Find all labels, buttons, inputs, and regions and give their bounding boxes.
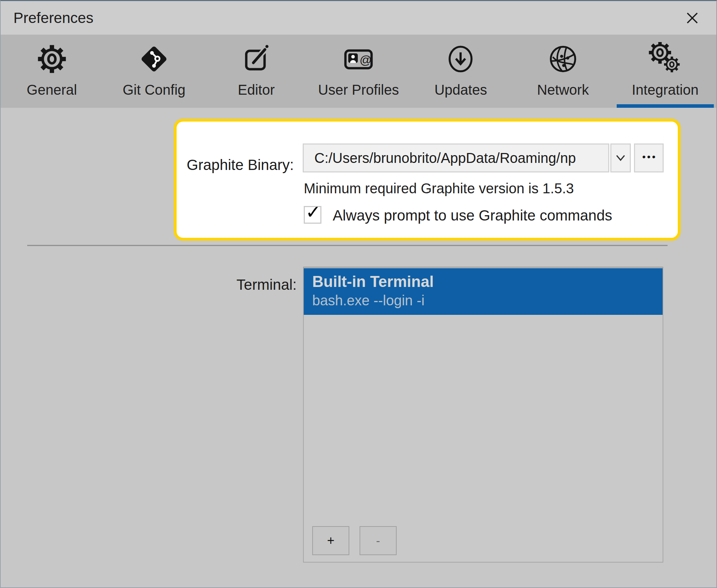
graphite-binary-label: Graphite Binary: [153, 156, 294, 174]
selected-tab-indicator [617, 104, 714, 108]
tab-label: Integration [632, 82, 699, 98]
terminal-list-item-selected[interactable]: Built-in Terminal bash.exe --login -i [304, 268, 663, 315]
svg-text:@: @ [360, 53, 372, 66]
git-icon [137, 41, 171, 77]
checkmark-icon: ✓ [306, 201, 321, 223]
tab-label: General [27, 82, 77, 98]
always-prompt-label: Always prompt to use Graphite commands [333, 207, 612, 224]
always-prompt-checkbox[interactable]: ✓ [304, 206, 321, 224]
graphite-binary-path-input[interactable] [303, 143, 609, 172]
edit-pencil-icon [239, 41, 273, 77]
graphite-path-dropdown-button[interactable] [610, 143, 631, 172]
gears-integration-icon [648, 41, 682, 77]
titlebar: Preferences [1, 1, 716, 35]
tab-updates[interactable]: Updates [410, 35, 512, 108]
window-title: Preferences [13, 1, 93, 35]
remove-terminal-button[interactable]: - [360, 526, 397, 555]
terminal-item-command: bash.exe --login -i [312, 292, 663, 309]
ellipsis-icon: ••• [642, 151, 657, 163]
add-terminal-button[interactable]: + [312, 526, 349, 555]
section-divider [27, 245, 668, 247]
tab-label: User Profiles [318, 82, 399, 98]
tab-label: Network [537, 82, 589, 98]
gear-icon [35, 41, 69, 77]
contact-card-icon: @ [341, 41, 376, 77]
chevron-down-icon [612, 150, 629, 166]
browse-button[interactable]: ••• [634, 143, 664, 172]
preferences-window: Preferences General [0, 0, 717, 588]
close-button[interactable] [683, 9, 701, 27]
tab-user-profiles[interactable]: @ User Profiles [307, 35, 409, 108]
tab-git-config[interactable]: Git Config [103, 35, 205, 108]
tab-general[interactable]: General [1, 35, 103, 108]
tab-label: Updates [434, 82, 487, 98]
tab-network[interactable]: Network [512, 35, 614, 108]
tab-editor[interactable]: Editor [205, 35, 307, 108]
preferences-tabbar: General Git Config [1, 35, 716, 108]
terminal-item-name: Built-in Terminal [312, 272, 663, 292]
download-circle-icon [444, 41, 477, 77]
graphite-version-hint: Minimum required Graphite version is 1.5… [304, 180, 574, 197]
terminal-label: Terminal: [177, 276, 297, 294]
close-icon [686, 11, 699, 25]
globe-network-icon [546, 41, 580, 77]
tab-integration[interactable]: Integration [614, 35, 716, 108]
tab-label: Git Config [123, 82, 185, 98]
tab-label: Editor [238, 82, 275, 98]
